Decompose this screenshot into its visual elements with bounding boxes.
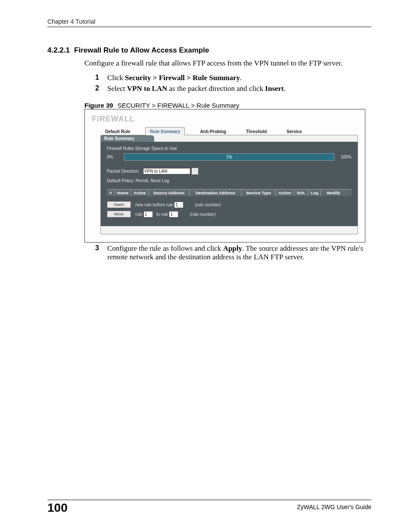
th-sch: Sch. [294, 190, 308, 196]
th-log: Log [308, 190, 321, 196]
packet-direction-label: Packet Direction: [107, 169, 140, 174]
th-active: Active [131, 190, 149, 196]
packet-direction-select[interactable]: VPN to LAN [143, 168, 190, 174]
page-number: 100 [47, 502, 68, 514]
th-dest: Destination Address [190, 190, 242, 196]
th-num: # [107, 190, 115, 196]
progress-row: 0% 1% 100% [107, 153, 352, 161]
move-from-input[interactable]: 1 [143, 211, 153, 218]
dark-block: Firewall Rules Storage Space in Use 0% 1… [101, 142, 358, 226]
step-3-text-a: Configure the rule as follows and click [107, 244, 223, 252]
progress-left: 0% [107, 155, 124, 159]
tab-threshold[interactable]: Threshold [241, 127, 271, 135]
progress-right: 100% [334, 155, 352, 159]
step-2-text-c: as the packet direction and click [167, 84, 265, 93]
th-source: Source Address [149, 190, 190, 196]
chapter-header: Chapter 4 Tutorial [47, 18, 371, 27]
section-number: 4.2.2.1 [47, 46, 70, 55]
th-modify: Modify [321, 190, 352, 196]
move-to-input[interactable]: 1 [169, 211, 178, 218]
tab-default-rule[interactable]: Default Rule [100, 127, 135, 135]
move-hint: (rule number) [190, 212, 215, 217]
firewall-screenshot: FIREWALL Default Rule Rule Summary Anti-… [84, 109, 365, 243]
insert-hint: (rule number) [195, 202, 221, 207]
progress-bar: 1% [124, 153, 334, 161]
rules-table-header: # Name Active Source Address Destination… [107, 189, 352, 196]
step-2: 2 Select VPN to LAN as the packet direct… [97, 84, 371, 93]
insert-text: new rule before rule [135, 202, 173, 207]
figure-caption-text: SECURITY > FIREWALL > Rule Summary [118, 102, 240, 109]
th-action: Action [276, 190, 294, 196]
figure-label: Figure 39 [84, 102, 113, 109]
default-policy-label: Default Policy: Permit, None Log [107, 178, 352, 183]
tab-rule-summary[interactable]: Rule Summary [145, 127, 185, 135]
move-text-2: to rule [156, 212, 168, 217]
figure-caption: Figure 39SECURITY > FIREWALL > Rule Summ… [84, 102, 371, 109]
chevron-down-icon[interactable]: ▼ [191, 168, 199, 175]
firewall-title: FIREWALL [92, 115, 358, 124]
th-service: Service Type [242, 190, 276, 196]
step-3: 3 Configure the rule as follows and clic… [97, 244, 371, 261]
guide-name: ZyWALL 2WG User's Guide [297, 502, 371, 510]
step-2-text-e: . [284, 84, 286, 93]
tab-service[interactable]: Service [282, 127, 307, 135]
th-name: Name [115, 190, 131, 196]
step-1-text-c: . [240, 74, 242, 82]
inner-panel: Rule Summary Firewall Rules Storage Spac… [100, 135, 358, 234]
step-2-bold-1: VPN to LAN [127, 84, 168, 93]
move-button[interactable]: Move [107, 211, 131, 218]
progress-mid-label: 1% [125, 154, 334, 160]
page-footer: 100 ZyWALL 2WG User's Guide [47, 500, 371, 514]
move-text-1: rule [135, 212, 143, 217]
step-1-bold: Security > Firewall > Rule Summary [125, 74, 240, 82]
step-3-bold: Apply [223, 244, 242, 252]
insert-rule-input[interactable]: 1 [174, 202, 184, 208]
step-2-number: 2 [95, 84, 99, 92]
step-1-number: 1 [95, 74, 99, 81]
step-1: 1 Click Security > Firewall > Rule Summa… [97, 74, 371, 82]
insert-button[interactable]: Insert [107, 201, 131, 208]
section-title: Firewall Rule to Allow Access Example [74, 46, 209, 54]
step-2-bold-2: Insert [265, 84, 283, 93]
step-1-text-a: Click [107, 74, 125, 82]
tab-anti-probing[interactable]: Anti-Probing [195, 127, 231, 135]
tab-bar: Default Rule Rule Summary Anti-Probing T… [100, 125, 358, 135]
step-2-text-a: Select [107, 84, 127, 93]
section-intro: Configure a firewall rule that allows FT… [84, 59, 371, 68]
storage-label: Firewall Rules Storage Space in Use [107, 146, 352, 151]
section-heading: 4.2.2.1Firewall Rule to Allow Access Exa… [47, 46, 371, 55]
segment-title: Rule Summary [101, 135, 154, 142]
step-3-number: 3 [95, 244, 99, 252]
